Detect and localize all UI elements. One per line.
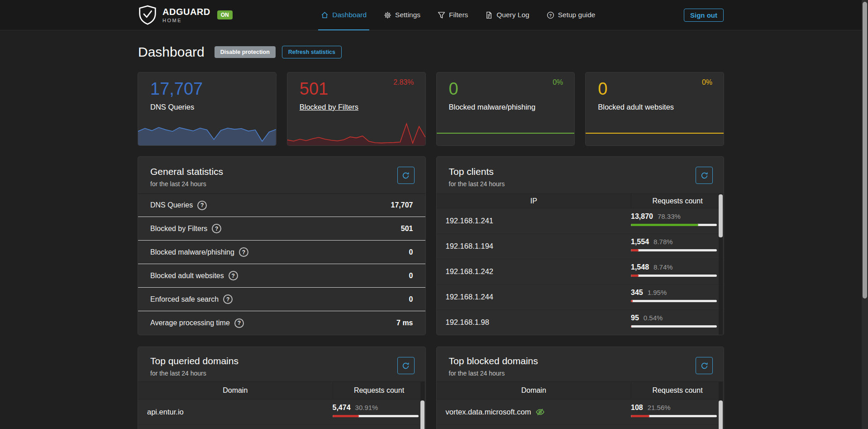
- requests-bar: [631, 224, 717, 226]
- requests-count: 95: [631, 314, 639, 322]
- stat-value: 0: [409, 248, 413, 256]
- refresh-panel-button[interactable]: [397, 357, 415, 374]
- nav-item-filters[interactable]: Filters: [438, 0, 468, 30]
- stat-value: 0: [409, 272, 413, 280]
- stat-value: 17,707: [150, 80, 276, 99]
- client-row: 192.168.1.98950.54%: [437, 310, 724, 335]
- nav-item-setup-guide[interactable]: ?Setup guide: [547, 0, 596, 30]
- stat-percent: 2.83%: [393, 78, 414, 87]
- requests-percent: 8.78%: [653, 238, 673, 246]
- document-icon: [485, 11, 493, 19]
- requests-count: 1,554: [631, 238, 649, 246]
- stat-label: DNS Queries: [150, 103, 194, 111]
- disable-protection-button[interactable]: Disable protection: [215, 46, 276, 58]
- stat-label: Blocked by Filters?: [150, 224, 221, 233]
- refresh-icon: [402, 362, 410, 370]
- client-row: 192.168.1.1941,5548.78%: [437, 234, 724, 259]
- stat-row-dns-queries: DNS Queries?17,707: [138, 193, 425, 217]
- refresh-panel-button[interactable]: [696, 357, 713, 374]
- help-icon[interactable]: ?: [197, 201, 207, 210]
- stat-label: Blocked adult websites?: [150, 271, 238, 280]
- nav-label: Setup guide: [558, 11, 596, 19]
- stat-value: 501: [401, 225, 413, 233]
- requests-cell: 5,47430.91%: [333, 400, 425, 424]
- requests-bar: [631, 325, 717, 328]
- column-header-ip: IP: [437, 194, 631, 208]
- brand-name: ADGUARD: [162, 7, 210, 16]
- brand-sub: HOME: [162, 18, 210, 23]
- panel-scrollbar[interactable]: [719, 381, 723, 429]
- requests-cell: 3451.95%: [631, 284, 724, 309]
- panel-scrollbar[interactable]: [719, 193, 723, 335]
- column-header-requests: Requests count: [631, 382, 724, 399]
- refresh-statistics-button[interactable]: Refresh statistics: [282, 46, 342, 58]
- requests-percent: 8.74%: [653, 263, 673, 271]
- help-icon[interactable]: ?: [229, 271, 238, 280]
- requests-percent: 0.54%: [644, 314, 663, 322]
- top-queried-domains-panel: Top queried domains for the last 24 hour…: [138, 347, 425, 429]
- refresh-panel-button[interactable]: [696, 167, 713, 184]
- nav-item-settings[interactable]: Settings: [384, 0, 420, 30]
- sign-out-button[interactable]: Sign out: [684, 9, 724, 22]
- refresh-icon: [402, 172, 410, 179]
- client-ip: 192.168.1.242: [437, 259, 631, 284]
- eye-off-icon[interactable]: [535, 407, 545, 417]
- requests-bar: [631, 275, 717, 277]
- table-header: IP Requests count: [437, 193, 724, 208]
- requests-cell: 1,5488.74%: [631, 259, 724, 284]
- stat-card-dns-queries: 17,707DNS Queries: [138, 72, 276, 145]
- trend-line: [586, 133, 724, 134]
- stat-row-blocked-adult-websites: Blocked adult websites?0: [138, 264, 425, 288]
- refresh-icon: [701, 172, 708, 179]
- nav-item-query-log[interactable]: Query Log: [485, 0, 529, 30]
- requests-bar: [631, 415, 717, 417]
- panel-subtitle: for the last 24 hours: [150, 370, 413, 377]
- panel-scrollbar[interactable]: [420, 381, 424, 429]
- requests-cell: 1,5548.78%: [631, 234, 724, 259]
- refresh-panel-button[interactable]: [397, 167, 415, 184]
- stat-row-average-processing-time: Average processing time?7 ms: [138, 311, 425, 335]
- stat-percent: 0%: [702, 78, 712, 87]
- stat-row-blocked-malware-phishing: Blocked malware/phishing?0: [138, 241, 425, 264]
- protection-status-badge: ON: [217, 10, 233, 19]
- requests-count: 1,548: [631, 263, 649, 271]
- requests-count: 5,474: [333, 404, 351, 411]
- nav-label: Dashboard: [332, 11, 367, 19]
- page-title: Dashboard: [138, 44, 205, 60]
- table-header: Domain Requests count: [437, 381, 724, 400]
- gear-icon: [384, 11, 391, 19]
- stat-value: 17,707: [391, 201, 413, 209]
- nav-item-dashboard[interactable]: Dashboard: [321, 0, 367, 30]
- client-ip: 192.168.1.98: [437, 310, 631, 335]
- client-row: 192.168.1.2443451.95%: [437, 284, 724, 310]
- stat-label: DNS Queries?: [150, 201, 207, 210]
- stat-card-blocked-malware-phishing: 0%0Blocked malware/phishing: [437, 72, 575, 145]
- brand: ADGUARD HOME ON: [138, 5, 233, 25]
- stat-value: 0: [409, 295, 413, 304]
- stat-card-blocked-adult-websites: 0%0Blocked adult websites: [586, 72, 724, 145]
- client-ip: 192.168.1.241: [437, 208, 631, 233]
- help-icon[interactable]: ?: [212, 224, 221, 233]
- refresh-icon: [701, 362, 708, 370]
- stat-label: Enforced safe search?: [150, 294, 233, 304]
- client-ip: 192.168.1.244: [437, 284, 631, 309]
- stat-label: Blocked malware/phishing: [449, 103, 536, 111]
- sparkline-chart: [287, 120, 425, 145]
- page-scrollbar[interactable]: [862, 0, 868, 429]
- requests-percent: 21.56%: [648, 404, 671, 411]
- stat-row-blocked-by-filters: Blocked by Filters?501: [138, 217, 425, 241]
- requests-count: 345: [631, 289, 643, 296]
- domain-row: api.entur.io5,47430.91%: [138, 400, 425, 425]
- general-statistics-table: DNS Queries?17,707Blocked by Filters?501…: [138, 193, 425, 335]
- stat-label: Blocked adult websites: [598, 103, 674, 111]
- stat-label: Blocked malware/phishing?: [150, 247, 248, 257]
- requests-count: 13,870: [631, 212, 653, 220]
- column-header-requests: Requests count: [631, 194, 724, 208]
- requests-bar: [333, 415, 419, 417]
- help-icon[interactable]: ?: [223, 294, 233, 304]
- sparkline-chart: [138, 120, 276, 145]
- blocked-by-filters-link[interactable]: Blocked by Filters: [300, 103, 358, 111]
- help-icon[interactable]: ?: [234, 318, 244, 328]
- help-icon[interactable]: ?: [239, 247, 248, 257]
- table-header: Domain Requests count: [138, 381, 425, 400]
